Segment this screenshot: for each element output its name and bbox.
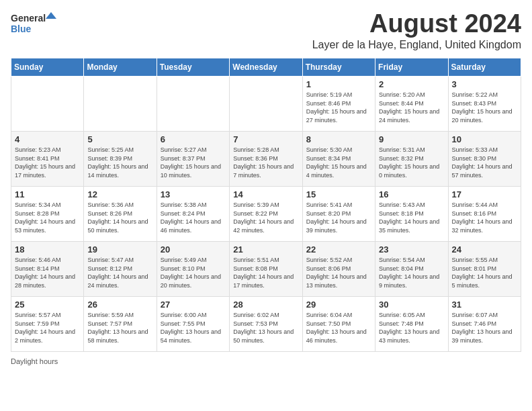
header-friday: Friday xyxy=(375,58,448,77)
day-detail: Sunrise: 5:36 AMSunset: 8:26 PMDaylight:… xyxy=(87,201,152,234)
cell-4-4: 21Sunrise: 5:51 AMSunset: 8:08 PMDayligh… xyxy=(230,242,302,297)
cell-1-6: 2Sunrise: 5:20 AMSunset: 8:44 PMDaylight… xyxy=(375,77,448,132)
day-detail: Sunrise: 5:19 AMSunset: 8:46 PMDaylight:… xyxy=(306,91,371,124)
day-detail: Sunrise: 5:51 AMSunset: 8:08 PMDaylight:… xyxy=(233,256,298,289)
cell-5-3: 27Sunrise: 6:00 AMSunset: 7:55 PMDayligh… xyxy=(157,297,229,352)
header-wednesday: Wednesday xyxy=(230,58,302,77)
day-detail: Sunrise: 6:07 AMSunset: 7:46 PMDaylight:… xyxy=(452,311,517,345)
svg-text:Blue: Blue xyxy=(11,24,32,34)
day-detail: Sunrise: 6:00 AMSunset: 7:55 PMDaylight:… xyxy=(161,311,226,345)
location-title: Layer de la Haye, England, United Kingdo… xyxy=(312,39,521,51)
day-number: 25 xyxy=(15,300,80,310)
svg-text:General: General xyxy=(11,13,46,24)
logo: General Blue xyxy=(11,11,58,38)
header-tuesday: Tuesday xyxy=(157,58,229,77)
day-detail: Sunrise: 5:33 AMSunset: 8:30 PMDaylight:… xyxy=(452,146,517,179)
day-number: 13 xyxy=(161,189,226,199)
cell-2-1: 4Sunrise: 5:23 AMSunset: 8:41 PMDaylight… xyxy=(11,132,84,187)
day-detail: Sunrise: 5:39 AMSunset: 8:22 PMDaylight:… xyxy=(233,201,298,234)
day-number: 16 xyxy=(379,189,444,199)
week-row-5: 25Sunrise: 5:57 AMSunset: 7:59 PMDayligh… xyxy=(11,297,521,352)
day-number: 21 xyxy=(233,244,298,255)
day-number: 29 xyxy=(306,300,371,310)
cell-5-5: 29Sunrise: 6:04 AMSunset: 7:50 PMDayligh… xyxy=(302,297,375,352)
day-number: 6 xyxy=(161,134,226,144)
cell-5-6: 30Sunrise: 6:05 AMSunset: 7:48 PMDayligh… xyxy=(375,297,448,352)
day-detail: Sunrise: 6:02 AMSunset: 7:53 PMDaylight:… xyxy=(233,311,298,345)
cell-5-1: 25Sunrise: 5:57 AMSunset: 7:59 PMDayligh… xyxy=(11,297,84,352)
day-number: 7 xyxy=(233,134,298,144)
week-row-4: 18Sunrise: 5:46 AMSunset: 8:14 PMDayligh… xyxy=(11,242,521,297)
header-monday: Monday xyxy=(84,58,157,77)
day-detail: Sunrise: 5:38 AMSunset: 8:24 PMDaylight:… xyxy=(161,201,226,234)
cell-1-5: 1Sunrise: 5:19 AMSunset: 8:46 PMDaylight… xyxy=(302,77,375,132)
cell-2-6: 9Sunrise: 5:31 AMSunset: 8:32 PMDaylight… xyxy=(375,132,448,187)
day-number: 30 xyxy=(379,300,444,310)
day-number: 17 xyxy=(452,189,517,199)
cell-5-7: 31Sunrise: 6:07 AMSunset: 7:46 PMDayligh… xyxy=(448,297,521,352)
day-detail: Sunrise: 5:49 AMSunset: 8:10 PMDaylight:… xyxy=(161,256,226,289)
header: General Blue August 2024 Layer de la Hay… xyxy=(11,11,521,51)
day-number: 27 xyxy=(161,300,226,310)
header-thursday: Thursday xyxy=(302,58,375,77)
cell-4-5: 22Sunrise: 5:52 AMSunset: 8:06 PMDayligh… xyxy=(302,242,375,297)
day-number: 23 xyxy=(379,244,444,255)
day-detail: Sunrise: 5:22 AMSunset: 8:43 PMDaylight:… xyxy=(452,91,517,124)
cell-3-2: 12Sunrise: 5:36 AMSunset: 8:26 PMDayligh… xyxy=(84,187,157,242)
week-row-2: 4Sunrise: 5:23 AMSunset: 8:41 PMDaylight… xyxy=(11,132,521,187)
week-row-1: 1Sunrise: 5:19 AMSunset: 8:46 PMDaylight… xyxy=(11,77,521,132)
day-detail: Sunrise: 5:25 AMSunset: 8:39 PMDaylight:… xyxy=(87,146,152,179)
day-detail: Sunrise: 5:30 AMSunset: 8:34 PMDaylight:… xyxy=(306,146,371,179)
cell-1-2 xyxy=(84,77,157,132)
footer-note: Daylight hours xyxy=(11,357,521,365)
cell-3-4: 14Sunrise: 5:39 AMSunset: 8:22 PMDayligh… xyxy=(230,187,302,242)
month-title: August 2024 xyxy=(312,11,521,36)
logo-svg: General Blue xyxy=(11,11,58,38)
cell-2-2: 5Sunrise: 5:25 AMSunset: 8:39 PMDaylight… xyxy=(84,132,157,187)
day-detail: Sunrise: 5:57 AMSunset: 7:59 PMDaylight:… xyxy=(15,311,80,345)
day-detail: Sunrise: 5:47 AMSunset: 8:12 PMDaylight:… xyxy=(87,256,152,289)
cell-3-1: 11Sunrise: 5:34 AMSunset: 8:28 PMDayligh… xyxy=(11,187,84,242)
day-detail: Sunrise: 5:54 AMSunset: 8:04 PMDaylight:… xyxy=(379,256,444,289)
cell-1-1 xyxy=(11,77,84,132)
cell-3-3: 13Sunrise: 5:38 AMSunset: 8:24 PMDayligh… xyxy=(157,187,229,242)
header-saturday: Saturday xyxy=(448,58,521,77)
cell-1-7: 3Sunrise: 5:22 AMSunset: 8:43 PMDaylight… xyxy=(448,77,521,132)
day-detail: Sunrise: 5:59 AMSunset: 7:57 PMDaylight:… xyxy=(87,311,152,345)
page-container: General Blue August 2024 Layer de la Hay… xyxy=(11,11,521,365)
weekday-header-row: Sunday Monday Tuesday Wednesday Thursday… xyxy=(11,58,521,77)
cell-4-3: 20Sunrise: 5:49 AMSunset: 8:10 PMDayligh… xyxy=(157,242,229,297)
day-number: 28 xyxy=(233,300,298,310)
day-detail: Sunrise: 5:55 AMSunset: 8:01 PMDaylight:… xyxy=(452,256,517,289)
title-section: August 2024 Layer de la Haye, England, U… xyxy=(312,11,521,51)
day-number: 11 xyxy=(15,189,80,199)
cell-4-1: 18Sunrise: 5:46 AMSunset: 8:14 PMDayligh… xyxy=(11,242,84,297)
day-number: 12 xyxy=(87,189,152,199)
cell-5-4: 28Sunrise: 6:02 AMSunset: 7:53 PMDayligh… xyxy=(230,297,302,352)
day-number: 2 xyxy=(379,79,444,89)
cell-4-6: 23Sunrise: 5:54 AMSunset: 8:04 PMDayligh… xyxy=(375,242,448,297)
day-number: 24 xyxy=(452,244,517,255)
day-detail: Sunrise: 5:23 AMSunset: 8:41 PMDaylight:… xyxy=(15,146,80,179)
day-detail: Sunrise: 5:41 AMSunset: 8:20 PMDaylight:… xyxy=(306,201,371,234)
day-number: 19 xyxy=(87,244,152,255)
day-detail: Sunrise: 5:20 AMSunset: 8:44 PMDaylight:… xyxy=(379,91,444,124)
cell-2-3: 6Sunrise: 5:27 AMSunset: 8:37 PMDaylight… xyxy=(157,132,229,187)
day-detail: Sunrise: 6:04 AMSunset: 7:50 PMDaylight:… xyxy=(306,311,371,345)
day-detail: Sunrise: 5:44 AMSunset: 8:16 PMDaylight:… xyxy=(452,201,517,234)
cell-2-4: 7Sunrise: 5:28 AMSunset: 8:36 PMDaylight… xyxy=(230,132,302,187)
day-number: 20 xyxy=(161,244,226,255)
day-number: 26 xyxy=(87,300,152,310)
day-number: 18 xyxy=(15,244,80,255)
day-detail: Sunrise: 5:28 AMSunset: 8:36 PMDaylight:… xyxy=(233,146,298,179)
day-number: 14 xyxy=(233,189,298,199)
day-number: 10 xyxy=(452,134,517,144)
day-detail: Sunrise: 5:46 AMSunset: 8:14 PMDaylight:… xyxy=(15,256,80,289)
cell-4-7: 24Sunrise: 5:55 AMSunset: 8:01 PMDayligh… xyxy=(448,242,521,297)
day-detail: Sunrise: 5:27 AMSunset: 8:37 PMDaylight:… xyxy=(161,146,226,179)
day-number: 4 xyxy=(15,134,80,144)
cell-2-7: 10Sunrise: 5:33 AMSunset: 8:30 PMDayligh… xyxy=(448,132,521,187)
cell-5-2: 26Sunrise: 5:59 AMSunset: 7:57 PMDayligh… xyxy=(84,297,157,352)
day-number: 22 xyxy=(306,244,371,255)
day-number: 3 xyxy=(452,79,517,89)
